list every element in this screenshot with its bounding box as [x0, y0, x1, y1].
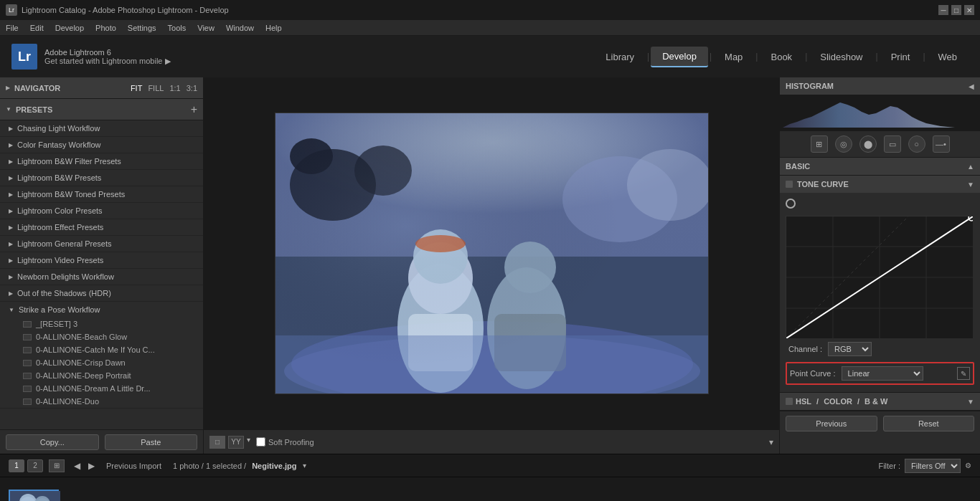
nav-3to1[interactable]: 3:1: [187, 84, 197, 92]
hsl-header[interactable]: HSL / Color / B & W ▼: [780, 393, 980, 410]
preset-group-header-video-presets[interactable]: ▶ Lightroom Video Presets: [0, 252, 203, 268]
menu-view[interactable]: View: [197, 24, 215, 32]
nav-1to1[interactable]: 1:1: [169, 84, 180, 92]
group-name-strike-a-pose: Strike a Pose Workflow: [19, 305, 100, 314]
preset-group-chasing-light: ▶ Chasing Light Workflow: [0, 120, 203, 137]
single-view-button[interactable]: □: [209, 436, 225, 449]
group-name-chasing-light: Chasing Light Workflow: [17, 124, 100, 133]
list-item[interactable]: 0-ALLINONE-Deep Portrait: [0, 369, 203, 382]
menu-photo[interactable]: Photo: [95, 24, 116, 32]
menu-tools[interactable]: Tools: [168, 24, 187, 32]
preset-group-header-color-presets[interactable]: ▶ Lightroom Color Presets: [0, 203, 203, 219]
preset-group-header-strike-a-pose[interactable]: ▼ Strike a Pose Workflow: [0, 302, 203, 318]
preset-item-icon: [23, 321, 32, 328]
preset-group-header-bw-filter[interactable]: ▶ Lightroom B&W Filter Presets: [0, 153, 203, 169]
preset-group-header-bw-toned[interactable]: ▶ Lightroom B&W Toned Presets: [0, 186, 203, 202]
list-item[interactable]: 0-ALLINONE-Dream A Little Dr...: [0, 382, 203, 395]
group-name-effect-presets: Lightroom Effect Presets: [17, 223, 103, 232]
point-curve-select[interactable]: Linear Medium Contrast Strong Contrast: [842, 366, 923, 381]
paste-button[interactable]: Paste: [105, 434, 198, 450]
preset-group-header-newborn[interactable]: ▶ Newborn Delights Workflow: [0, 269, 203, 285]
group-expand-icon: ▶: [9, 191, 13, 198]
compare-view-button[interactable]: YY: [228, 436, 244, 449]
navigator-collapse-icon: ▶: [6, 85, 10, 91]
preset-group-header-effect-presets[interactable]: ▶ Lightroom Effect Presets: [0, 219, 203, 235]
list-item[interactable]: _[RESET] 3: [0, 318, 203, 330]
histogram-header[interactable]: Histogram ◀: [780, 77, 980, 95]
preset-group-header-color-fantasy[interactable]: ▶ Color Fantasy Workflow: [0, 137, 203, 153]
maximize-button[interactable]: □: [951, 5, 961, 15]
list-item[interactable]: 0-ALLINONE-Crisp Dawn: [0, 356, 203, 369]
tone-curve-svg: [786, 216, 973, 338]
presets-collapse-icon[interactable]: ▼: [6, 106, 11, 113]
menu-edit[interactable]: Edit: [30, 24, 44, 32]
prev-arrow-button[interactable]: ◀: [70, 459, 83, 472]
photo-svg: [275, 113, 709, 394]
preset-group-header-bw-presets[interactable]: ▶ Lightroom B&W Presets: [0, 170, 203, 186]
group-expand-icon: ▶: [9, 274, 13, 280]
filter-settings-icon[interactable]: ⚙: [965, 462, 971, 469]
channel-select[interactable]: RGB Red Green Blue: [828, 342, 872, 356]
photo-name-label: Negitive.jpg: [252, 462, 296, 470]
preset-item-icon: [23, 373, 32, 379]
preset-group-bw-toned: ▶ Lightroom B&W Toned Presets: [0, 186, 203, 203]
graduated-filter-icon[interactable]: ▭: [884, 135, 901, 153]
nav-web[interactable]: Web: [927, 47, 969, 67]
grid-view-button[interactable]: ⊞: [49, 459, 65, 472]
preset-group-color-presets: ▶ Lightroom Color Presets: [0, 203, 203, 219]
tone-curve-header[interactable]: Tone Curve ▼: [780, 176, 980, 193]
redeye-icon[interactable]: ⬤: [859, 135, 877, 153]
filmstrip-thumbnail[interactable]: [9, 490, 59, 502]
color-sep: /: [855, 397, 862, 406]
nav-fit[interactable]: FIT: [131, 84, 143, 92]
reset-button[interactable]: Reset: [883, 416, 975, 431]
menu-settings[interactable]: Settings: [128, 24, 156, 32]
close-button[interactable]: ✕: [964, 5, 974, 15]
group-expand-icon: ▶: [9, 224, 13, 231]
right-panel-bottom-buttons: Previous Reset: [780, 411, 980, 435]
nav-map[interactable]: Map: [713, 47, 754, 67]
minimize-button[interactable]: ─: [938, 5, 948, 15]
basic-header[interactable]: Basic ▲: [780, 158, 980, 175]
list-item[interactable]: 0-ALLINONE-Duo: [0, 395, 203, 408]
page-2-button[interactable]: 2: [27, 459, 43, 472]
nav-develop[interactable]: Develop: [651, 47, 708, 67]
menu-help[interactable]: Help: [265, 24, 282, 32]
crop-tool-icon[interactable]: ⊞: [811, 135, 828, 153]
group-name-bw-presets: Lightroom B&W Presets: [17, 173, 101, 182]
nav-book[interactable]: Book: [759, 47, 804, 67]
photo-name-arrow[interactable]: ▾: [303, 462, 306, 469]
next-arrow-button[interactable]: ▶: [85, 459, 98, 472]
menu-file[interactable]: File: [6, 24, 19, 32]
nav-fill[interactable]: FILL: [148, 84, 164, 92]
spot-removal-icon[interactable]: ◎: [835, 135, 852, 153]
radial-filter-icon[interactable]: ○: [908, 135, 925, 153]
nav-slideshow[interactable]: Slideshow: [809, 47, 874, 67]
preset-group-header-general-presets[interactable]: ▶ Lightroom General Presets: [0, 236, 203, 252]
preset-group-header-shadows[interactable]: ▶ Out of the Shadows (HDR): [0, 285, 203, 301]
get-started-link[interactable]: Get started with Lightroom mobile ▶: [44, 57, 171, 66]
menu-window[interactable]: Window: [226, 24, 254, 32]
copy-button[interactable]: Copy...: [6, 434, 99, 450]
page-1-button[interactable]: 1: [9, 459, 24, 472]
list-item[interactable]: 0-ALLINONE-Catch Me If You C...: [0, 343, 203, 356]
curve-target-button[interactable]: [786, 199, 796, 209]
preset-item-icon: [23, 347, 32, 353]
soft-proofing-toggle[interactable]: Soft Proofing: [256, 437, 314, 447]
preset-item-name: 0-ALLINONE-Catch Me If You C...: [36, 345, 155, 354]
soft-proofing-checkbox[interactable]: [256, 437, 265, 447]
list-item[interactable]: 0-ALLINONE-Beach Glow: [0, 330, 203, 343]
nav-library[interactable]: Library: [594, 47, 646, 67]
navigator-header[interactable]: ▶ Navigator FIT FILL 1:1 3:1: [0, 77, 203, 99]
curve-edit-button[interactable]: ✎: [957, 367, 970, 380]
adjustment-brush-icon[interactable]: —•: [933, 135, 950, 153]
nav-print[interactable]: Print: [880, 47, 922, 67]
compare-view-arrow[interactable]: ▾: [247, 436, 250, 449]
preset-group-effect-presets: ▶ Lightroom Effect Presets: [0, 219, 203, 236]
preset-group-header-chasing-light[interactable]: ▶ Chasing Light Workflow: [0, 120, 203, 136]
add-preset-button[interactable]: +: [191, 103, 197, 116]
group-expand-icon: ▶: [9, 158, 13, 165]
menu-develop[interactable]: Develop: [55, 24, 84, 32]
previous-button[interactable]: Previous: [786, 416, 877, 431]
filter-select[interactable]: Filters Off: [905, 459, 961, 473]
